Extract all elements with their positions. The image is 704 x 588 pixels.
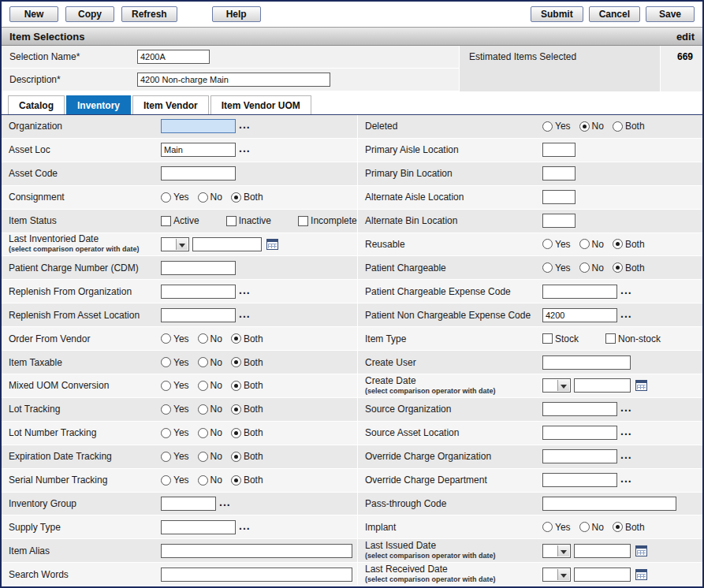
deleted-radio-both[interactable]: Both — [613, 121, 645, 132]
expiration-date-tracking-radio-both[interactable]: Both — [231, 451, 263, 462]
source-asset-location-input[interactable] — [542, 426, 617, 440]
last-received-date-calendar-icon[interactable] — [635, 569, 647, 580]
patient-chargeable-radio-both[interactable]: Both — [613, 262, 645, 274]
item-taxable-radio-no[interactable]: No — [198, 357, 222, 368]
create-date-calendar-icon[interactable] — [635, 380, 647, 391]
pass-through-code-input[interactable] — [542, 497, 676, 511]
item-taxable-radio-both[interactable]: Both — [231, 357, 263, 368]
patient-chargeable-radio-no[interactable]: No — [579, 262, 604, 274]
consignment-radio-both[interactable]: Both — [231, 192, 263, 203]
patient-non-chargeable-expense-code-lookup-ellipsis-icon[interactable]: ... — [620, 310, 632, 318]
lot-tracking-radio-both[interactable]: Both — [231, 404, 263, 415]
last-received-date-date-input[interactable] — [574, 568, 631, 582]
expiration-date-tracking-radio-yes[interactable]: Yes — [161, 451, 189, 462]
asset-code-input[interactable] — [161, 166, 236, 180]
reusable-radio-both[interactable]: Both — [613, 239, 645, 250]
source-organization-lookup-ellipsis-icon[interactable]: ... — [620, 404, 632, 411]
tab-inventory[interactable]: Inventory — [66, 95, 131, 114]
serial-number-tracking-radio-no[interactable]: No — [198, 474, 222, 486]
lot-tracking-radio-no[interactable]: No — [198, 404, 222, 415]
item-status-check-inactive[interactable]: Inactive — [226, 215, 271, 226]
serial-number-tracking-radio-both[interactable]: Both — [231, 474, 263, 486]
item-type-check-non-stock[interactable]: Non-stock — [605, 333, 661, 344]
consignment-radio-yes[interactable]: Yes — [161, 192, 189, 203]
override-charge-organization-input[interactable] — [542, 449, 617, 463]
implant-radio-no[interactable]: No — [579, 522, 604, 533]
source-asset-location-lookup-ellipsis-icon[interactable]: ... — [620, 427, 632, 435]
override-charge-department-lookup-ellipsis-icon[interactable]: ... — [620, 474, 632, 482]
asset-loc-input[interactable] — [161, 143, 236, 157]
last-issued-date-date-input[interactable] — [574, 544, 631, 558]
alternate-aisle-location-input[interactable] — [542, 190, 575, 204]
last-issued-date-calendar-icon[interactable] — [635, 545, 647, 556]
replenish-from-asset-location-lookup-ellipsis-icon[interactable]: ... — [239, 310, 251, 318]
implant-radio-yes[interactable]: Yes — [542, 522, 571, 533]
supply-type-input[interactable] — [161, 520, 236, 534]
submit-button[interactable]: Submit — [531, 6, 583, 22]
lot-number-tracking-radio-both[interactable]: Both — [231, 427, 263, 438]
last-inventoried-date-date-input[interactable] — [192, 237, 262, 251]
tab-catalog[interactable]: Catalog — [8, 95, 65, 114]
save-button[interactable]: Save — [646, 6, 695, 22]
tab-item-vendor-uom[interactable]: Item Vendor UOM — [210, 95, 311, 114]
last-inventoried-date-calendar-icon[interactable] — [266, 239, 278, 250]
override-charge-department-input[interactable] — [542, 473, 617, 487]
item-status-check-incomplete[interactable]: Incomplete — [298, 215, 357, 226]
lot-number-tracking-radio-yes[interactable]: Yes — [161, 427, 189, 438]
replenish-from-asset-location-input[interactable] — [161, 308, 236, 322]
new-button[interactable]: New — [9, 6, 58, 22]
item-alias-input[interactable] — [161, 544, 352, 558]
lot-number-tracking-radio-no[interactable]: No — [198, 427, 222, 438]
organization-input[interactable] — [161, 119, 236, 133]
implant-radio-both[interactable]: Both — [613, 522, 645, 533]
override-charge-organization-lookup-ellipsis-icon[interactable]: ... — [620, 451, 632, 459]
alternate-bin-location-input[interactable] — [542, 214, 575, 228]
patient-non-chargeable-expense-code-input[interactable] — [542, 308, 617, 322]
primary-aisle-location-input[interactable] — [542, 143, 575, 157]
mixed-uom-conversion-radio-yes[interactable]: Yes — [161, 380, 189, 391]
item-taxable-radio-yes[interactable]: Yes — [161, 357, 189, 368]
deleted-radio-yes[interactable]: Yes — [542, 121, 571, 132]
consignment-radio-no[interactable]: No — [198, 192, 222, 203]
replenish-from-organization-lookup-ellipsis-icon[interactable]: ... — [239, 286, 251, 294]
patient-chargeable-expense-code-lookup-ellipsis-icon[interactable]: ... — [620, 286, 632, 294]
organization-lookup-ellipsis-icon[interactable]: ... — [239, 121, 251, 128]
patient-chargeable-radio-yes[interactable]: Yes — [542, 262, 571, 274]
lot-tracking-radio-yes[interactable]: Yes — [161, 404, 189, 415]
deleted-radio-no[interactable]: No — [579, 121, 604, 132]
order-from-vendor-radio-no[interactable]: No — [198, 333, 222, 344]
primary-bin-location-input[interactable] — [542, 166, 575, 180]
order-from-vendor-radio-both[interactable]: Both — [231, 333, 263, 344]
copy-button[interactable]: Copy — [65, 6, 114, 22]
refresh-button[interactable]: Refresh — [121, 6, 177, 22]
last-received-date-comparison-operator-select[interactable] — [542, 568, 571, 582]
item-type-check-stock[interactable]: Stock — [542, 333, 579, 344]
inventory-group-lookup-ellipsis-icon[interactable]: ... — [219, 498, 231, 506]
inventory-group-input[interactable] — [161, 497, 216, 511]
cancel-button[interactable]: Cancel — [589, 6, 640, 22]
order-from-vendor-radio-yes[interactable]: Yes — [161, 333, 189, 344]
mixed-uom-conversion-radio-both[interactable]: Both — [231, 380, 263, 391]
item-status-check-active[interactable]: Active — [161, 215, 199, 226]
patient-chargeable-expense-code-input[interactable] — [542, 285, 617, 299]
tab-item-vendor[interactable]: Item Vendor — [132, 95, 209, 114]
patient-charge-number-cdm-input[interactable] — [161, 261, 236, 275]
last-inventoried-date-comparison-operator-select[interactable] — [161, 237, 189, 251]
reusable-radio-no[interactable]: No — [579, 239, 604, 250]
expiration-date-tracking-radio-no[interactable]: No — [198, 451, 222, 462]
create-user-input[interactable] — [542, 355, 631, 370]
replenish-from-organization-input[interactable] — [161, 285, 236, 299]
serial-number-tracking-radio-yes[interactable]: Yes — [161, 474, 189, 486]
mixed-uom-conversion-radio-no[interactable]: No — [198, 380, 222, 391]
reusable-radio-yes[interactable]: Yes — [542, 239, 571, 250]
search-words-input[interactable] — [161, 568, 352, 582]
last-issued-date-comparison-operator-select[interactable] — [542, 544, 571, 558]
create-date-date-input[interactable] — [574, 378, 631, 393]
selection-name-input[interactable] — [137, 50, 210, 64]
description-input[interactable] — [137, 73, 330, 87]
asset-loc-lookup-ellipsis-icon[interactable]: ... — [239, 144, 251, 152]
create-date-comparison-operator-select[interactable] — [542, 378, 571, 393]
supply-type-lookup-ellipsis-icon[interactable]: ... — [239, 522, 251, 530]
help-button[interactable]: Help — [212, 6, 261, 22]
source-organization-input[interactable] — [542, 402, 617, 416]
